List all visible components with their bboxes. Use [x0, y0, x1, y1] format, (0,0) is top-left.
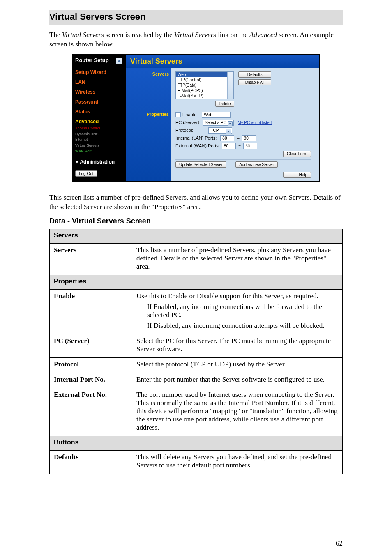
- update-server-button: Update Selected Server: [175, 161, 226, 168]
- row-enable-key: Enable: [50, 289, 132, 334]
- table-category-properties: Properties: [50, 275, 343, 289]
- logout-button: Log Out: [75, 170, 97, 177]
- enable-name-input: Web: [202, 112, 231, 118]
- scroll-up-icon: [116, 58, 122, 64]
- data-table: Servers Servers This lists a number of p…: [49, 229, 343, 474]
- add-server-button: Add as new Server: [235, 161, 278, 168]
- external-port-b-input: 80: [243, 143, 257, 149]
- servers-list-item: E-Mail(POP3): [176, 88, 233, 93]
- row-external-port-key: External Port No.: [50, 388, 132, 436]
- delete-button: Delete: [215, 101, 235, 107]
- servers-list-item: FTP(Control): [176, 77, 233, 83]
- row-protocol-desc: Select the protocol (TCP or UDP) used by…: [132, 357, 343, 373]
- screenshot-figure: Router Setup Setup Wizard LAN Wireless P…: [49, 54, 343, 182]
- enable-checkbox: [175, 112, 181, 117]
- row-enable-desc: Use this to Enable or Disable support fo…: [132, 289, 343, 334]
- row-internal-port-key: Internal Port No.: [50, 373, 132, 388]
- row-pc-server-desc: Select the PC for this Server. The PC mu…: [132, 334, 343, 357]
- row-servers-desc: This lists a number of pre-defined Serve…: [132, 243, 343, 275]
- properties-label: Properties: [129, 112, 169, 117]
- nav-access-control: Access Control: [75, 126, 124, 130]
- nav-internet: Internet: [75, 138, 124, 142]
- disable-all-button: Disable All: [238, 79, 271, 85]
- router-setup-label: Router Setup: [75, 57, 109, 63]
- row-defaults-key: Defaults: [50, 450, 132, 474]
- row-external-port-desc: The port number used by Internet users w…: [132, 388, 343, 436]
- data-table-heading: Data - Virtual Servers Screen: [49, 217, 343, 226]
- clear-form-button: Clear Form: [283, 151, 311, 157]
- internal-port-b-input: 80: [242, 135, 256, 141]
- port-range-separator: –: [235, 136, 240, 140]
- external-port-a-input: 80: [222, 143, 236, 149]
- port-range-separator: ~: [237, 143, 242, 148]
- nav-wireless: Wireless: [75, 89, 124, 95]
- protocol-label: Protocol:: [175, 128, 193, 133]
- nav-lan: LAN: [75, 79, 124, 85]
- table-category-buttons: Buttons: [50, 436, 343, 450]
- intro-em2: Virtual Servers: [174, 31, 216, 39]
- servers-listbox: Web FTP(Control) FTP(Data) E-Mail(POP3) …: [175, 71, 234, 99]
- nav-dynamic-dns: Dynamic DNS: [75, 132, 124, 136]
- servers-list-item: E-Mail(SMTP): [176, 93, 233, 99]
- row-defaults-desc: This will delete any Servers you have de…: [132, 450, 343, 474]
- nav-virtual-servers: Virtual Servers: [75, 143, 124, 147]
- intro-em3: Advanced: [249, 31, 277, 39]
- my-pc-not-listed-link: My PC is not listed: [238, 120, 272, 125]
- nav-status: Status: [75, 109, 124, 115]
- row-enable-sub1: If Enabled, any incoming connections wil…: [147, 303, 338, 319]
- nav-administration: Administration: [75, 159, 124, 165]
- page-number: 62: [336, 539, 343, 548]
- row-enable-main: Use this to Enable or Disable support fo…: [136, 292, 338, 300]
- after-shot-paragraph: This screen lists a number of pre-define…: [49, 193, 343, 212]
- intro-text3: link on the: [216, 31, 249, 39]
- panel-title: Virtual Servers: [126, 55, 319, 68]
- intro-em1: Virtual Servers: [62, 31, 104, 39]
- row-internal-port-desc: Enter the port number that the Server so…: [132, 373, 343, 388]
- protocol-select: TCP: [208, 127, 232, 134]
- row-enable-sub2: If Disabled, any incoming connection att…: [147, 322, 338, 330]
- intro-text: The: [49, 31, 62, 39]
- table-category-servers: Servers: [50, 229, 343, 243]
- nav-password: Password: [75, 99, 124, 105]
- servers-list-selected: Web: [176, 72, 233, 77]
- listbox-scrollbar-icon: [227, 72, 233, 99]
- intro-text2: screen is reached by the: [104, 31, 174, 39]
- nav-wan-port: WAN Port: [75, 149, 124, 153]
- pc-server-select: Select a PC: [203, 120, 234, 126]
- internal-ports-label: Internal (LAN) Ports:: [175, 136, 217, 140]
- nav-advanced: Advanced: [75, 119, 124, 124]
- intro-paragraph: The Virtual Servers screen is reached by…: [49, 30, 343, 49]
- row-pc-server-key: PC (Server): [50, 334, 132, 357]
- defaults-button: Defaults: [238, 71, 271, 78]
- router-setup-title: Router Setup: [75, 56, 124, 65]
- internal-port-a-input: 80: [220, 135, 234, 141]
- external-ports-label: External (WAN) Ports:: [175, 143, 220, 148]
- servers-list-item: FTP(Data): [176, 83, 233, 88]
- nav-administration-label: Administration: [80, 159, 115, 165]
- nav-setup-wizard: Setup Wizard: [75, 69, 124, 75]
- row-protocol-key: Protocol: [50, 357, 132, 373]
- pc-server-label: PC (Server):: [175, 120, 201, 125]
- row-servers-key: Servers: [50, 243, 132, 275]
- servers-label: Servers: [129, 71, 169, 76]
- enable-label: Enable: [182, 112, 196, 117]
- help-button: Help: [283, 172, 311, 178]
- section-heading: Virtual Servers Screen: [49, 10, 343, 25]
